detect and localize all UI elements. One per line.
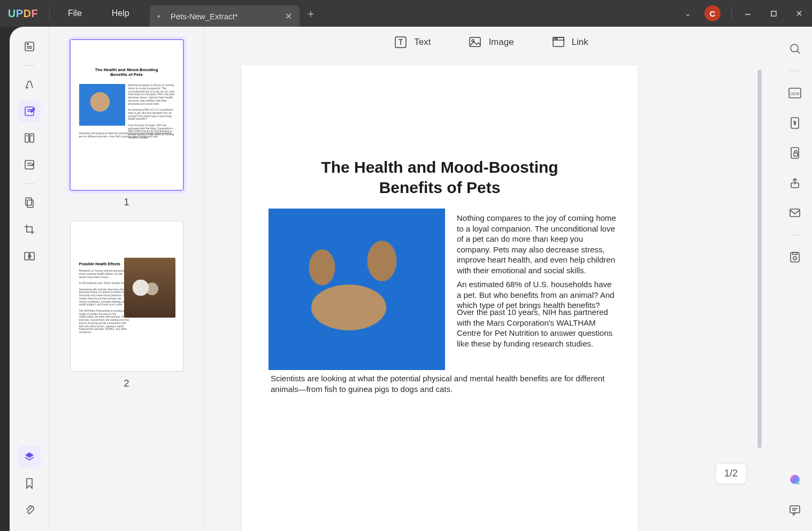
- document-image[interactable]: [269, 209, 445, 370]
- svg-rect-41: [790, 506, 800, 513]
- document-title[interactable]: The Health and Mood-Boosting Benefits of…: [242, 157, 638, 197]
- organize-tool[interactable]: [18, 127, 41, 149]
- chat-icon: [788, 504, 801, 517]
- share-button[interactable]: [784, 172, 806, 194]
- window-close[interactable]: [786, 0, 812, 27]
- edit-link-tool[interactable]: Link: [551, 35, 588, 49]
- svg-rect-1: [771, 11, 776, 16]
- convert-button[interactable]: [784, 112, 806, 134]
- thumbnail-number: 1: [124, 197, 129, 208]
- document-paragraph[interactable]: Nothing compares to the joy of coming ho…: [457, 213, 616, 275]
- document-page[interactable]: The Health and Mood-Boosting Benefits of…: [242, 65, 638, 531]
- separator: [790, 235, 800, 235]
- chat-button[interactable]: [784, 499, 806, 521]
- thumbnail-image: [79, 84, 125, 126]
- document-canvas[interactable]: Text Image Link The Health and Mood-Boos…: [204, 27, 778, 531]
- highlighter-icon: [23, 78, 36, 91]
- search-button[interactable]: [784, 37, 806, 60]
- svg-rect-40: [793, 252, 797, 255]
- app-logo[interactable]: UPDF: [0, 0, 46, 27]
- thumbnail-page[interactable]: Possible Health Effects Research on huma…: [70, 221, 183, 372]
- compare-tool[interactable]: [18, 245, 41, 267]
- svg-point-28: [556, 39, 557, 40]
- title-bar: UPDF File Help ▾ Pets-New_Extract* ✕ ＋ ⌄…: [0, 0, 812, 27]
- ai-icon: [788, 473, 802, 487]
- window-minimize[interactable]: [735, 0, 761, 27]
- svg-rect-35: [794, 153, 798, 156]
- svg-rect-37: [790, 209, 800, 217]
- form-icon: [23, 158, 36, 171]
- document-paragraph[interactable]: Scientists are looking at what the poten…: [271, 373, 606, 394]
- protect-icon: [789, 146, 801, 160]
- svg-line-30: [797, 51, 800, 53]
- layers-icon: [23, 450, 36, 463]
- svg-point-39: [793, 257, 796, 260]
- layers-panel[interactable]: [18, 445, 41, 468]
- svg-point-27: [555, 39, 556, 40]
- workspace: The Health and Mood-BoostingBenefits of …: [10, 27, 812, 531]
- thumbnail-2[interactable]: Possible Health Effects Research on huma…: [70, 221, 183, 389]
- svg-point-29: [791, 44, 798, 52]
- compare-icon: [23, 250, 36, 263]
- tab-close-icon[interactable]: ✕: [285, 11, 292, 21]
- image-icon: [468, 35, 482, 49]
- ocr-button[interactable]: OCR: [784, 82, 806, 104]
- tab-dropdown-icon[interactable]: ▾: [157, 13, 160, 19]
- svg-point-24: [472, 40, 474, 42]
- separator: [24, 183, 35, 184]
- vertical-scrollbar[interactable]: [757, 70, 762, 460]
- document-tab[interactable]: ▾ Pets-New_Extract* ✕: [150, 5, 300, 27]
- crop-icon: [23, 223, 36, 236]
- document-paragraph[interactable]: An estimated 68% of U.S. households have…: [457, 279, 616, 311]
- share-icon: [788, 176, 801, 189]
- window-menu-dropdown[interactable]: ⌄: [679, 9, 697, 18]
- svg-rect-23: [470, 37, 480, 47]
- save-button[interactable]: [784, 246, 806, 268]
- page-tools[interactable]: [18, 191, 41, 214]
- attachment-panel[interactable]: [18, 499, 41, 521]
- text-icon: [394, 35, 408, 49]
- comment-tool[interactable]: [18, 73, 41, 96]
- edit-image-tool[interactable]: Image: [468, 35, 514, 49]
- account-avatar[interactable]: C: [704, 5, 721, 21]
- edit-tool[interactable]: [18, 100, 41, 122]
- window-maximize[interactable]: [761, 0, 786, 27]
- thumbnail-image: [124, 258, 175, 318]
- paperclip-icon: [24, 504, 35, 517]
- save-icon: [789, 251, 801, 264]
- protect-button[interactable]: [784, 142, 806, 164]
- svg-rect-12: [30, 134, 34, 142]
- convert-icon: [789, 116, 801, 130]
- svg-rect-11: [25, 134, 29, 142]
- bookmark-icon: [24, 477, 35, 490]
- organize-icon: [23, 132, 36, 144]
- link-icon: [551, 35, 565, 49]
- crop-tool[interactable]: [18, 218, 41, 241]
- tab-title: Pets-New_Extract*: [171, 12, 238, 21]
- svg-rect-18: [26, 198, 32, 205]
- thumbnail-1[interactable]: The Health and Mood-BoostingBenefits of …: [70, 40, 183, 208]
- ai-button[interactable]: [784, 469, 806, 491]
- bookmark-panel[interactable]: [18, 472, 41, 495]
- svg-rect-19: [27, 200, 33, 207]
- thumbnail-number: 2: [124, 378, 129, 389]
- scrollbar-thumb[interactable]: [757, 70, 762, 448]
- thumbnail-page[interactable]: The Health and Mood-BoostingBenefits of …: [70, 40, 183, 190]
- reader-tool[interactable]: [18, 35, 41, 58]
- pages-icon: [23, 196, 36, 209]
- form-tool[interactable]: [18, 153, 41, 176]
- menu-help[interactable]: Help: [97, 0, 144, 27]
- svg-rect-5: [27, 43, 29, 45]
- document-paragraph[interactable]: Over the past 10 years, NIH has partnere…: [457, 307, 616, 349]
- email-icon: [788, 207, 801, 218]
- page-indicator[interactable]: 1/2: [715, 463, 747, 484]
- edit-text-tool[interactable]: Text: [394, 35, 431, 49]
- menu-file[interactable]: File: [53, 0, 97, 27]
- edit-toolbar: Text Image Link: [204, 27, 778, 58]
- email-button[interactable]: [784, 202, 806, 224]
- svg-rect-38: [791, 252, 799, 262]
- thumbnail-panel[interactable]: The Health and Mood-BoostingBenefits of …: [49, 27, 204, 531]
- new-tab-button[interactable]: ＋: [300, 6, 322, 21]
- right-toolbar: OCR: [778, 27, 812, 531]
- edit-icon: [23, 105, 36, 118]
